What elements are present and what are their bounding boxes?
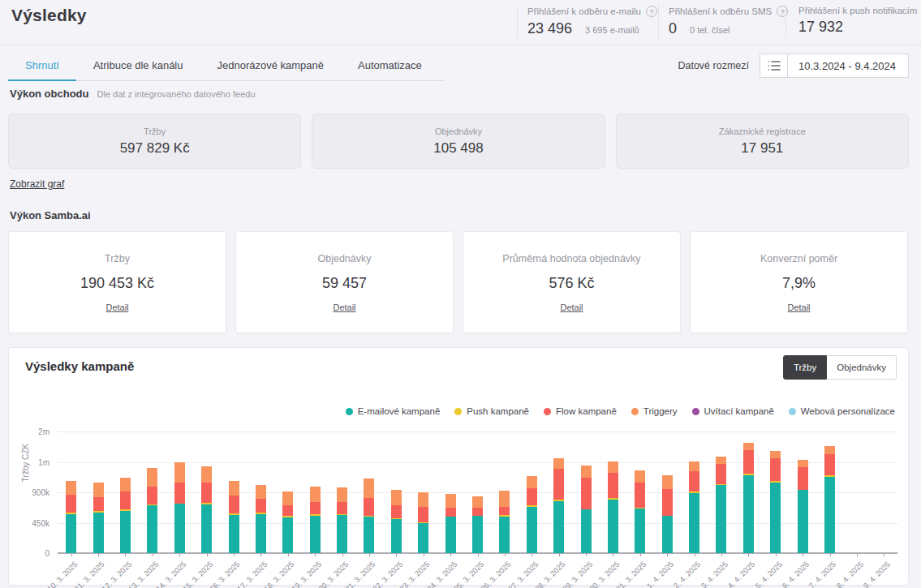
bar-segment[interactable] bbox=[824, 446, 835, 454]
bar-segment[interactable] bbox=[499, 515, 510, 517]
bar-24.3.2025[interactable] bbox=[445, 431, 456, 553]
bar-segment[interactable] bbox=[391, 519, 402, 554]
bar-segment[interactable] bbox=[608, 498, 618, 500]
bar-segment[interactable] bbox=[364, 516, 374, 517]
bar-segment[interactable] bbox=[391, 518, 402, 519]
bar-segment[interactable] bbox=[391, 490, 402, 505]
bar-segment[interactable] bbox=[120, 511, 131, 553]
bar-segment[interactable] bbox=[174, 504, 185, 553]
bar-segment[interactable] bbox=[93, 483, 104, 497]
bar-26.3.2025[interactable] bbox=[499, 431, 510, 553]
bar-segment[interactable] bbox=[581, 478, 592, 509]
bar-segment[interactable] bbox=[553, 458, 564, 470]
bar-12.3.2025[interactable] bbox=[120, 431, 131, 553]
bar-19.3.2025[interactable] bbox=[310, 431, 321, 553]
bar-25.3.2025[interactable] bbox=[472, 431, 483, 553]
bar-segment[interactable] bbox=[743, 475, 754, 553]
bar-segment[interactable] bbox=[201, 466, 212, 483]
bar-segment[interactable] bbox=[527, 476, 537, 488]
toggle-objednavky-button[interactable]: Objednávky bbox=[827, 355, 897, 380]
bar-segment[interactable] bbox=[608, 461, 618, 473]
bar-segment[interactable] bbox=[174, 483, 185, 504]
bar-segment[interactable] bbox=[527, 505, 537, 507]
bar-segment[interactable] bbox=[824, 477, 835, 554]
bar-segment[interactable] bbox=[798, 467, 808, 490]
bar-segment[interactable] bbox=[282, 516, 293, 517]
bar-segment[interactable] bbox=[770, 451, 781, 458]
bar-segment[interactable] bbox=[282, 505, 293, 516]
bar-segment[interactable] bbox=[256, 499, 266, 513]
bar-segment[interactable] bbox=[743, 474, 754, 475]
bar-segment[interactable] bbox=[147, 505, 157, 553]
bar-segment[interactable] bbox=[445, 494, 456, 508]
bar-segment[interactable] bbox=[256, 485, 266, 499]
bar-segment[interactable] bbox=[418, 507, 428, 522]
bar-17.3.2025[interactable] bbox=[256, 431, 266, 553]
bar-segment[interactable] bbox=[553, 501, 564, 553]
bar-segment[interactable] bbox=[310, 516, 321, 553]
bar-segment[interactable] bbox=[472, 516, 483, 553]
help-icon[interactable]: ? bbox=[777, 6, 788, 17]
bar-segment[interactable] bbox=[66, 481, 76, 495]
preset-list-icon[interactable] bbox=[760, 54, 788, 77]
bar-segment[interactable] bbox=[608, 500, 618, 553]
tab-atribuce-dle-kanalu[interactable]: Atribuce dle kanálu bbox=[76, 55, 200, 80]
bar-1.4.2025[interactable] bbox=[662, 431, 673, 553]
bar-segment[interactable] bbox=[418, 522, 428, 523]
bar-segment[interactable] bbox=[689, 493, 699, 553]
bar-13.3.2025[interactable] bbox=[147, 431, 157, 553]
bar-14.3.2025[interactable] bbox=[174, 431, 185, 553]
detail-link[interactable]: Detail bbox=[560, 303, 583, 312]
bar-segment[interactable] bbox=[418, 523, 428, 554]
bar-segment[interactable] bbox=[282, 491, 293, 505]
bar-segment[interactable] bbox=[229, 496, 239, 513]
bar-segment[interactable] bbox=[310, 514, 321, 516]
bar-segment[interactable] bbox=[147, 487, 157, 504]
bar-segment[interactable] bbox=[770, 458, 781, 482]
bar-segment[interactable] bbox=[120, 478, 131, 491]
bar-segment[interactable] bbox=[662, 516, 673, 553]
bar-segment[interactable] bbox=[310, 487, 321, 502]
bar-segment[interactable] bbox=[824, 475, 835, 477]
bar-segment[interactable] bbox=[364, 479, 374, 498]
bar-segment[interactable] bbox=[337, 502, 347, 514]
bar-segment[interactable] bbox=[256, 513, 266, 514]
bar-2.4.2025[interactable] bbox=[689, 431, 699, 553]
bar-29.3.2025[interactable] bbox=[581, 431, 592, 553]
bar-segment[interactable] bbox=[689, 491, 699, 493]
bar-7.4.2025[interactable] bbox=[824, 431, 835, 553]
bar-segment[interactable] bbox=[66, 513, 76, 514]
bar-11.3.2025[interactable] bbox=[93, 431, 104, 553]
bar-segment[interactable] bbox=[635, 509, 645, 553]
bar-23.3.2025[interactable] bbox=[418, 431, 428, 553]
bar-27.3.2025[interactable] bbox=[527, 431, 537, 553]
bar-segment[interactable] bbox=[229, 513, 239, 515]
bar-segment[interactable] bbox=[147, 468, 157, 487]
detail-link[interactable]: Detail bbox=[333, 303, 355, 312]
bar-segment[interactable] bbox=[93, 497, 104, 512]
bar-segment[interactable] bbox=[527, 488, 537, 505]
bar-16.3.2025[interactable] bbox=[229, 431, 239, 553]
bar-segment[interactable] bbox=[499, 517, 510, 553]
bar-3.4.2025[interactable] bbox=[716, 431, 726, 553]
bar-segment[interactable] bbox=[93, 511, 104, 513]
bar-28.3.2025[interactable] bbox=[553, 431, 564, 553]
bar-5.4.2025[interactable] bbox=[770, 431, 781, 553]
bar-segment[interactable] bbox=[472, 508, 483, 517]
bar-6.4.2025[interactable] bbox=[798, 431, 808, 553]
bar-segment[interactable] bbox=[445, 508, 456, 517]
tab-jednorazove-kampane[interactable]: Jednorázové kampaně bbox=[200, 55, 342, 80]
bar-segment[interactable] bbox=[553, 500, 564, 501]
bar-segment[interactable] bbox=[499, 491, 510, 507]
tab-automatizace[interactable]: Automatizace bbox=[341, 55, 439, 80]
bar-segment[interactable] bbox=[635, 508, 645, 509]
bar-segment[interactable] bbox=[608, 473, 618, 498]
bar-4.4.2025[interactable] bbox=[743, 431, 754, 553]
bar-segment[interactable] bbox=[174, 462, 185, 483]
bar-segment[interactable] bbox=[229, 481, 239, 496]
bar-segment[interactable] bbox=[689, 461, 699, 471]
bar-10.3.2025[interactable] bbox=[66, 431, 76, 553]
date-range-picker[interactable]: 10.3.2024 - 9.4.2024 bbox=[760, 54, 909, 78]
bar-segment[interactable] bbox=[418, 492, 428, 507]
bar-segment[interactable] bbox=[662, 475, 673, 489]
